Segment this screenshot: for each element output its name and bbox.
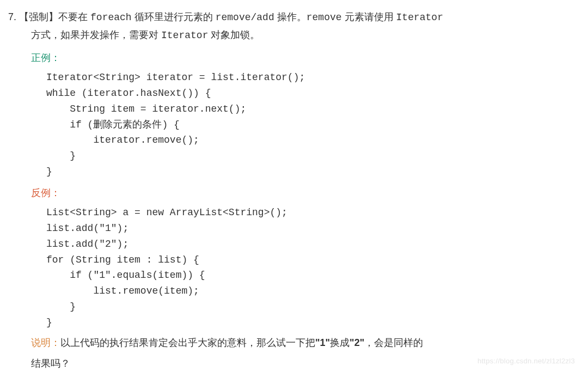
positive-example-label: 正例：	[31, 49, 577, 66]
negative-code-block: List<String> a = new ArrayList<String>()…	[46, 205, 577, 330]
mono-removeadd: remove/add	[216, 12, 274, 23]
mono-iterator1: Iterator	[396, 12, 443, 23]
negative-example-label: 反例：	[31, 184, 577, 202]
mono-remove: remove	[307, 12, 342, 23]
positive-code-block: Iterator<String> iterator = list.iterato…	[46, 70, 577, 180]
rule-line2: 方式，如果并发操作，需要对 Iterator 对象加锁。	[31, 26, 577, 44]
rule-tag: 【强制】	[19, 11, 58, 22]
note-text-3: ，会是同样的	[364, 337, 423, 348]
rule-number: 7.	[8, 11, 16, 22]
rule-text-1a: 不要在	[58, 11, 90, 22]
rule-text-1d: 元素请使用	[342, 11, 396, 22]
note-text-4: 结果吗？	[31, 358, 70, 369]
rule-text-1c: 操作。	[274, 11, 307, 22]
note-bold-1: "1"	[315, 337, 330, 348]
rule-text-2b: 对象加锁。	[208, 29, 260, 40]
note-bold-2: "2"	[350, 337, 364, 348]
note-text-2: 换成	[330, 337, 350, 348]
watermark: https://blog.csdn.net/zl1zl2zl3	[477, 355, 575, 367]
rule-header: 7. 【强制】不要在 foreach 循环里进行元素的 remove/add 操…	[8, 8, 577, 26]
mono-foreach: foreach	[90, 12, 132, 23]
rule-text-2a: 方式，如果并发操作，需要对	[31, 29, 161, 40]
note-label: 说明：	[31, 337, 60, 348]
note-text-1: 以上代码的执行结果肯定会出乎大家的意料，那么试一下把	[60, 337, 315, 348]
note-section: 说明：以上代码的执行结果肯定会出乎大家的意料，那么试一下把"1"换成"2"，会是…	[31, 334, 577, 351]
mono-iterator2: Iterator	[161, 30, 208, 41]
rule-text-1b: 循环里进行元素的	[132, 11, 216, 22]
